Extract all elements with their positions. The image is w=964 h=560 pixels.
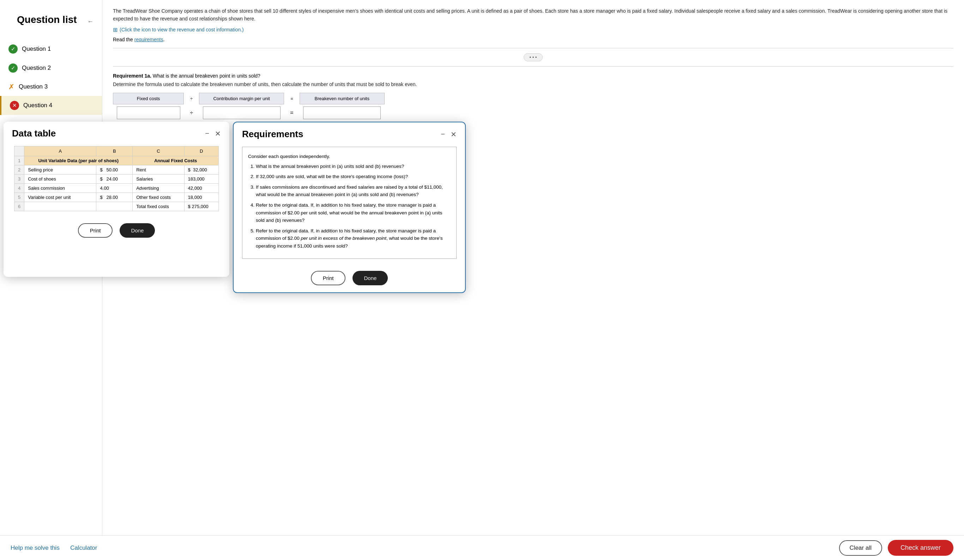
- req-heading-rest: What is the annual breakeven point in un…: [151, 73, 261, 79]
- other-fixed-costs-label: Other fixed costs: [133, 193, 184, 202]
- selling-price-label: Selling price: [24, 166, 96, 175]
- requirement-heading: Requirement 1a. What is the annual break…: [113, 73, 953, 79]
- formula-op2-header: =: [284, 93, 300, 104]
- advertising-value: 42,000: [184, 184, 218, 193]
- req-heading-bold: Requirement 1a.: [113, 73, 151, 79]
- fixed-costs-input[interactable]: [117, 107, 180, 119]
- inner-data-table: A B C D 1 Unit Variable Data (per pair o…: [14, 146, 219, 211]
- sidebar-item-q4-label: Question 4: [23, 102, 52, 109]
- formula-op2-cell: =: [284, 104, 300, 121]
- read-requirements-line: Read the requirements.: [113, 37, 953, 42]
- dialog-controls: − ✕: [205, 130, 221, 138]
- variable-cost-label: Variable cost per unit: [24, 193, 96, 202]
- table-row: 2 Selling price $ 50.00 Rent $ 32,000: [15, 166, 219, 175]
- requirements-list: What is the annual breakeven point in (a…: [248, 162, 451, 250]
- formula-input-cell-1[interactable]: [113, 104, 184, 121]
- sidebar-title: Question list: [8, 11, 85, 32]
- table-row: 5 Variable cost per unit $ 28.00 Other f…: [15, 193, 219, 202]
- expand-button[interactable]: • • •: [524, 53, 543, 62]
- sidebar-item-q4[interactable]: ✕ Question 4: [0, 96, 102, 115]
- req-intro: Consider each question independently.: [248, 153, 451, 161]
- data-table-header: Data table − ✕: [3, 122, 230, 143]
- data-table-close-button[interactable]: ✕: [215, 130, 221, 138]
- bottom-left-actions: Help me solve this Calculator: [11, 544, 97, 552]
- requirements-minimize-button[interactable]: −: [441, 130, 445, 138]
- rent-label: Rent: [133, 166, 184, 175]
- read-req-suffix: .: [163, 37, 164, 42]
- sidebar-item-q2-label: Question 2: [22, 65, 51, 71]
- formula-table: Fixed costs ÷ Contribution margin per un…: [113, 93, 384, 121]
- requirements-close-button[interactable]: ✕: [451, 130, 457, 139]
- sidebar-item-q1-label: Question 1: [22, 45, 51, 52]
- check-partial-icon: ✗: [8, 83, 15, 91]
- read-req-prefix: Read the: [113, 37, 134, 42]
- requirements-done-button[interactable]: Done: [352, 271, 388, 285]
- selling-price-value: $ 50.00: [96, 166, 133, 175]
- divider2: [113, 66, 953, 67]
- calculator-link[interactable]: Calculator: [70, 544, 98, 552]
- italic-text: per unit in excess of the breakeven poin…: [301, 235, 386, 241]
- list-item: What is the annual breakeven point in (a…: [256, 162, 451, 170]
- requirements-dialog: Requirements − ✕ Consider each question …: [233, 122, 466, 293]
- col-c-header: C: [133, 146, 184, 156]
- table-row: 4 Sales commission 4.00 Advertising 42,0…: [15, 184, 219, 193]
- data-table-title: Data table: [12, 128, 56, 139]
- check-answer-button[interactable]: Check answer: [888, 540, 953, 556]
- data-link-label: (Click the icon to view the revenue and …: [120, 27, 244, 32]
- req-dialog-controls: − ✕: [441, 130, 457, 139]
- formula-col1-header: Fixed costs: [113, 93, 184, 104]
- col-num-header: [15, 146, 24, 156]
- requirements-link[interactable]: requirements: [134, 37, 163, 42]
- col-a-header: A: [24, 146, 96, 156]
- list-item: Refer to the original data. If, in addit…: [256, 201, 451, 224]
- clear-all-button[interactable]: Clear all: [839, 540, 882, 556]
- data-table-dialog: Data table − ✕ A B C D: [3, 122, 230, 277]
- divider: [113, 48, 953, 48]
- bottom-bar: Help me solve this Calculator Clear all …: [0, 535, 964, 560]
- sidebar: Question list ← ✓ Question 1 ✓ Question …: [0, 0, 102, 560]
- fixed-costs-header: Annual Fixed Costs: [133, 156, 219, 166]
- breakeven-units-input[interactable]: [303, 107, 381, 119]
- data-table-link[interactable]: ⊞ (Click the icon to view the revenue an…: [113, 26, 953, 33]
- data-table-minimize-button[interactable]: −: [205, 130, 209, 138]
- col-b-header: B: [96, 146, 133, 156]
- grid-icon: ⊞: [113, 26, 117, 33]
- salaries-label: Salaries: [133, 175, 184, 184]
- bottom-right-actions: Clear all Check answer: [839, 540, 953, 556]
- table-row: 1 Unit Variable Data (per pair of shoes)…: [15, 156, 219, 166]
- sidebar-item-q3-label: Question 3: [19, 83, 48, 90]
- requirements-box: Consider each question independently. Wh…: [242, 147, 457, 259]
- table-row: 6 Total fixed costs $ 275,000: [15, 202, 219, 211]
- sidebar-item-q3[interactable]: ✗ Question 3: [0, 78, 102, 96]
- requirements-content: Consider each question independently. Wh…: [234, 143, 465, 266]
- formula-input-cell-3[interactable]: [300, 104, 384, 121]
- requirement-description: Determine the formula used to calculate …: [113, 81, 953, 87]
- salaries-value: 183,000: [184, 175, 218, 184]
- requirements-print-button[interactable]: Print: [311, 271, 346, 285]
- data-table-content: A B C D 1 Unit Variable Data (per pair o…: [3, 143, 230, 218]
- data-table-footer: Print Done: [3, 218, 230, 245]
- formula-input-cell-2[interactable]: [199, 104, 284, 121]
- formula-col3-header: Breakeven number of units: [300, 93, 384, 104]
- sidebar-item-q1[interactable]: ✓ Question 1: [0, 39, 102, 58]
- advertising-label: Advertising: [133, 184, 184, 193]
- check-correct-icon-2: ✓: [8, 63, 18, 73]
- col-d-header: D: [184, 146, 218, 156]
- main-content: The TreadWear Shoe Company operates a ch…: [102, 0, 964, 560]
- check-correct-icon: ✓: [8, 44, 18, 54]
- contribution-margin-input[interactable]: [203, 107, 280, 119]
- data-table-print-button[interactable]: Print: [78, 223, 113, 238]
- list-item: If 32,000 units are sold, what will be t…: [256, 173, 451, 180]
- variable-cost-value: $ 28.00: [96, 193, 133, 202]
- formula-op1-cell: ÷: [184, 104, 199, 121]
- sidebar-collapse-button[interactable]: ←: [87, 18, 93, 25]
- cost-of-shoes-label: Cost of shoes: [24, 175, 96, 184]
- help-me-solve-link[interactable]: Help me solve this: [11, 544, 60, 552]
- sales-commission-value: 4.00: [96, 184, 133, 193]
- data-table-done-button[interactable]: Done: [120, 223, 155, 238]
- total-fixed-costs-label: Total fixed costs: [133, 202, 184, 211]
- list-item: If sales commissions are discontinued an…: [256, 183, 451, 198]
- sidebar-item-q2[interactable]: ✓ Question 2: [0, 58, 102, 78]
- variable-data-header: Unit Variable Data (per pair of shoes): [24, 156, 133, 166]
- requirements-footer: Print Done: [234, 266, 465, 292]
